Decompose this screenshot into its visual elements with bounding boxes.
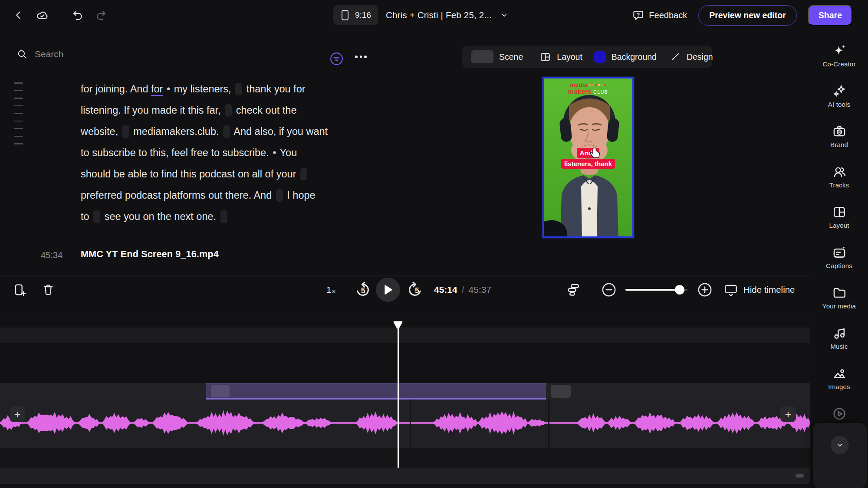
back-icon[interactable] bbox=[13, 10, 24, 21]
sidebar-item-captions[interactable]: Captions bbox=[810, 245, 868, 272]
hide-timeline-button[interactable]: Hide timeline bbox=[724, 275, 795, 304]
sidebar-item-media[interactable]: Your media bbox=[810, 285, 868, 312]
search-bar[interactable] bbox=[16, 49, 216, 60]
pause-chip[interactable] bbox=[300, 168, 307, 180]
total-time: 45:37 bbox=[469, 285, 492, 295]
transcript-text[interactable]: preferred podcast platforms out there. A… bbox=[81, 190, 275, 201]
track-view-button[interactable] bbox=[566, 275, 581, 304]
sidebar-item-label: Tracks bbox=[829, 181, 849, 189]
transcript-text[interactable]: for joining. And bbox=[81, 83, 151, 95]
transcript-text[interactable]: thank you for bbox=[243, 83, 305, 95]
transcript-line[interactable]: to subscribe to this, feel free to subsc… bbox=[81, 142, 437, 164]
share-button[interactable]: Share bbox=[808, 5, 852, 26]
skip-forward-5-button[interactable]: 5 bbox=[406, 275, 424, 304]
transcript-line[interactable]: preferred podcast platforms out there. A… bbox=[81, 185, 437, 206]
pause-chip[interactable] bbox=[276, 189, 283, 202]
add-track-right-button[interactable]: + bbox=[780, 406, 796, 422]
zoom-slider-knob[interactable] bbox=[675, 285, 684, 295]
pause-chip[interactable] bbox=[235, 83, 242, 95]
video-preview[interactable]: media makers CLUB And f listeners, thank bbox=[542, 77, 634, 238]
pause-chip[interactable] bbox=[225, 104, 232, 117]
clip-filename[interactable]: MMC YT End Screen 9_16.mp4 bbox=[81, 249, 219, 260]
sidebar-item-label: Images bbox=[828, 383, 850, 390]
transcript-text[interactable]: to subscribe to this, feel free to subsc… bbox=[81, 147, 272, 158]
playhead-handle[interactable] bbox=[392, 321, 404, 329]
zoom-out-button[interactable] bbox=[602, 275, 616, 304]
transcript-line[interactable]: should be able to find this podcast on a… bbox=[81, 164, 437, 185]
timeline[interactable]: + + bbox=[0, 318, 810, 488]
transcript-text[interactable]: mediamakers.club. bbox=[131, 126, 222, 137]
transcript-line[interactable]: to see you on the next one. bbox=[81, 206, 437, 227]
videos-icon bbox=[832, 406, 847, 421]
title-chevron-down-icon[interactable] bbox=[500, 10, 509, 20]
feedback-button[interactable]: ? Feedback bbox=[632, 10, 687, 21]
transcript[interactable]: for joining. And for • my listeners, tha… bbox=[81, 79, 437, 227]
transcript-text[interactable]: check out the bbox=[233, 105, 296, 116]
sidebar-item-brand[interactable]: coBrand bbox=[810, 124, 868, 151]
transcript-text[interactable]: You bbox=[277, 147, 297, 158]
current-time: 45:14 bbox=[434, 285, 457, 295]
pause-chip[interactable] bbox=[223, 125, 230, 138]
filter-icon[interactable] bbox=[330, 52, 343, 66]
more-options-icon[interactable] bbox=[355, 56, 367, 58]
add-track-left-button[interactable]: + bbox=[10, 406, 25, 422]
transcript-current-word[interactable]: for bbox=[151, 83, 163, 96]
paragraph-drag-handle[interactable] bbox=[14, 82, 23, 144]
redo-icon[interactable] bbox=[95, 9, 107, 21]
pause-chip[interactable] bbox=[122, 125, 129, 138]
pause-chip[interactable] bbox=[220, 210, 227, 223]
transcript-bullet: • bbox=[272, 147, 277, 158]
sidebar-item-cocreator[interactable]: Co-Creator bbox=[810, 43, 868, 70]
sidebar-item-aitools[interactable]: AI tools bbox=[810, 84, 868, 111]
transcript-text[interactable]: I hope bbox=[284, 190, 316, 201]
project-title[interactable]: Chris + Cristi | Feb 25, 2... bbox=[386, 10, 492, 20]
clip-boundary bbox=[548, 400, 549, 448]
zoom-slider[interactable] bbox=[625, 275, 687, 304]
clip-thumbnail-chip[interactable] bbox=[551, 385, 571, 398]
delete-button[interactable] bbox=[42, 275, 55, 304]
undo-icon[interactable] bbox=[72, 9, 84, 21]
transcript-text[interactable]: And also, if you want bbox=[231, 126, 328, 137]
transcript-line[interactable]: listening. If you made it this far, chec… bbox=[81, 100, 437, 121]
add-scene-button[interactable] bbox=[13, 275, 27, 304]
transcript-text[interactable]: see you on the next one. bbox=[102, 211, 219, 222]
bottom-track-strip[interactable] bbox=[0, 468, 810, 484]
search-input[interactable] bbox=[34, 49, 216, 60]
clip-thumbnail-chip[interactable] bbox=[211, 385, 230, 397]
horizontal-scrollbar[interactable] bbox=[796, 474, 804, 478]
right-sidebar: Co-CreatorAI toolscoBrandTracksLayoutCap… bbox=[810, 30, 868, 488]
skip-back-5-button[interactable]: 5 bbox=[354, 275, 372, 304]
transcript-text[interactable]: website, bbox=[81, 126, 121, 137]
scene-button[interactable]: Scene bbox=[471, 50, 523, 63]
preview-new-editor-button[interactable]: Preview new editor bbox=[698, 5, 797, 26]
transcript-text[interactable]: listening. If you made it this far, bbox=[81, 105, 224, 116]
caption-overlay: And f listeners, thank bbox=[544, 148, 632, 169]
transcript-line[interactable]: for joining. And for • my listeners, tha… bbox=[81, 79, 437, 100]
playhead-line[interactable] bbox=[398, 324, 399, 468]
cloud-sync-icon[interactable] bbox=[36, 9, 49, 22]
transcript-text[interactable] bbox=[163, 83, 166, 95]
svg-text:5: 5 bbox=[415, 286, 419, 295]
selected-clip-segment[interactable] bbox=[206, 383, 546, 400]
sidebar-item-music[interactable]: Music bbox=[810, 326, 868, 353]
sidebar-item-images[interactable]: Images bbox=[810, 366, 868, 393]
sidebar-item-layout[interactable]: Layout bbox=[810, 205, 868, 232]
transcript-text[interactable]: my listeners, bbox=[171, 83, 234, 95]
brand-icon: co bbox=[832, 124, 847, 139]
playback-speed-button[interactable]: 1× bbox=[326, 275, 335, 304]
design-button[interactable]: Design bbox=[669, 51, 713, 63]
clip-track[interactable] bbox=[0, 383, 810, 400]
zoom-in-button[interactable] bbox=[697, 275, 712, 304]
scene-strip[interactable] bbox=[0, 328, 810, 343]
sidebar-item-tracks[interactable]: Tracks bbox=[810, 164, 868, 191]
pause-chip[interactable] bbox=[93, 210, 100, 223]
transcript-text[interactable]: should be able to find this podcast on a… bbox=[81, 168, 299, 180]
transcript-text[interactable]: to bbox=[81, 211, 92, 222]
background-button[interactable]: Background bbox=[594, 51, 657, 63]
aspect-ratio-badge[interactable]: 9:16 bbox=[333, 5, 378, 25]
audio-waveform-track[interactable] bbox=[0, 400, 810, 448]
layout-button[interactable]: Layout bbox=[539, 51, 582, 63]
transcript-line[interactable]: website, mediamakers.club. And also, if … bbox=[81, 121, 437, 142]
sidebar-expand-button[interactable] bbox=[831, 436, 849, 454]
play-button[interactable] bbox=[376, 275, 400, 304]
